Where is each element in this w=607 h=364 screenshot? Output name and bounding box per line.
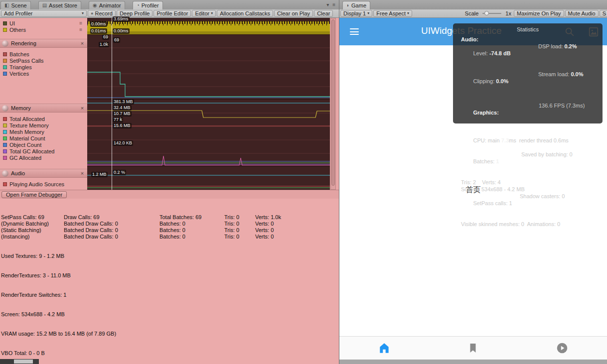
rendering-module-icon (2, 40, 8, 47)
aspect-dropdown[interactable]: Free Aspect ▾ (373, 10, 412, 17)
stat-line: VBO Total: 0 - 0 B (1, 350, 339, 357)
stat-cell: (Static Batching) (1, 227, 64, 234)
game-tabbar: ◗ Game (339, 0, 607, 9)
legend-ui[interactable]: UI ≡ (0, 20, 87, 26)
statistics-setpass-row: SetPass calls: 1 Shadow casters: 0 (461, 193, 595, 221)
clear-on-play-button[interactable]: Clear on Play (274, 10, 313, 17)
record-button[interactable]: ● Record (88, 10, 116, 17)
display-dropdown[interactable]: Display 1 ▾ (340, 10, 372, 17)
tab-asset-store[interactable]: ▤ Asset Store (38, 1, 81, 9)
bookmark-nav-icon[interactable] (467, 342, 479, 354)
scene-tab-icon: ◧ (4, 3, 9, 8)
stat-cell: (Instancing) (1, 234, 64, 240)
legend-others[interactable]: Others ≡ (0, 26, 87, 33)
statistics-cpu-row: CPU: main 7.3ms render thread 0.6ms (461, 130, 595, 151)
stats-button[interactable]: S (600, 10, 607, 17)
legend-triangles[interactable]: Triangles (0, 64, 87, 70)
clear-button[interactable]: Clear (314, 10, 333, 17)
statistics-graphics-row: Graphics: 136.6 FPS (7.3ms) (461, 102, 595, 130)
legend-mesh-memory[interactable]: Mesh Memory (0, 128, 87, 135)
tab-scene-label: Scene (11, 2, 26, 8)
drag-handle-icon[interactable]: ≡ (79, 27, 82, 32)
legend-total-allocated[interactable]: Total Allocated (0, 116, 87, 122)
profiler-scrollbar[interactable] (330, 18, 336, 190)
window-menu-icon[interactable]: ▾ ≡ (326, 2, 336, 7)
audio-module-header[interactable]: Audio × (0, 169, 87, 178)
selected-frame-line[interactable] (112, 18, 112, 190)
chart-value-chip: 0.01ms (90, 28, 107, 34)
game-toolbar: Display 1 ▾ Free Aspect ▾ Scale 1x Maxim… (339, 9, 607, 18)
chart-value-chip: 142.0 KB (113, 140, 133, 146)
legend-gc-allocated[interactable]: GC Allocated (0, 154, 87, 161)
profile-editor-button[interactable]: Profile Editor (153, 10, 191, 17)
game-view-letterbox (339, 360, 607, 364)
home-nav-icon[interactable] (378, 342, 391, 355)
mute-audio-button[interactable]: Mute Audio (565, 10, 599, 17)
allocation-callstacks-button[interactable]: Allocation Callstacks (217, 10, 273, 17)
chart-value-chip: 32.4 MB (113, 105, 132, 111)
rendering-stats-table: SetPass Calls: 69Draw Calls: 69Total Bat… (1, 214, 339, 240)
chart-value-chip: 69 (102, 34, 109, 40)
tab-scene[interactable]: ◧ Scene (0, 1, 31, 9)
editor-dropdown[interactable]: Editor ▾ (192, 10, 216, 17)
statistics-skinned-row: Visible skinned meshes: 0 Animations: 0 (461, 221, 595, 228)
scale-slider[interactable] (482, 13, 501, 14)
chart-value-chip: 0.00ms (113, 28, 130, 34)
stat-line: Used Textures: 9 - 1.2 MB (1, 253, 339, 259)
chart-value-chip: 1.0k (99, 42, 109, 47)
ui-series-swatch (3, 21, 7, 25)
others-series-swatch (3, 28, 7, 32)
legend-material-count[interactable]: Material Count (0, 135, 87, 141)
scale-slider-knob[interactable] (484, 11, 489, 15)
chart-value-chip: 1.2 MB (91, 172, 108, 177)
close-icon[interactable]: × (79, 40, 85, 46)
profiler-window: ◧ Scene ▤ Asset Store Animator ◉ Animato… (0, 0, 339, 364)
add-profiler-dropdown[interactable]: Add Profiler ▾ (1, 10, 87, 17)
animator-tab-icon: ◉ (93, 3, 97, 8)
legend-playing-audio-sources[interactable]: Playing Audio Sources (0, 181, 87, 187)
open-frame-debugger-button[interactable]: Open Frame Debugger (1, 191, 67, 198)
close-icon[interactable]: × (79, 170, 85, 176)
profiler-chart-region: UI ≡ Others ≡ Rendering × Batches SetPas… (0, 18, 339, 190)
legend-texture-memory[interactable]: Texture Memory (0, 122, 87, 128)
frame-debugger-row: Open Frame Debugger (0, 190, 339, 199)
audio-module-icon (2, 170, 8, 177)
maximize-on-play-button[interactable]: Maximize On Play (514, 10, 564, 17)
rendering-stats-panel: SetPass Calls: 69Draw Calls: 69Total Bat… (0, 199, 339, 364)
scale-value: 1x (504, 10, 513, 16)
scrollbar-thumb[interactable] (331, 19, 335, 186)
tab-animator[interactable]: Animator ◉ Animator (89, 1, 125, 9)
statistics-title: Statistics (461, 26, 595, 33)
chevron-down-icon: ▾ (407, 10, 409, 16)
background-window-strip (0, 359, 39, 364)
chevron-down-icon: ▾ (211, 10, 213, 16)
legend-batches[interactable]: Batches (0, 51, 87, 57)
close-icon[interactable]: × (79, 105, 85, 111)
statistics-batches-row: Batches: 1 Saved by batching: 0 (461, 151, 595, 179)
game-window: ◗ Game Display 1 ▾ Free Aspect ▾ Scale 1… (339, 0, 607, 364)
tab-profiler[interactable]: ◔ Profiler (133, 1, 163, 9)
rendering-chart[interactable] (87, 35, 330, 100)
legend-vertices[interactable]: Vertices (0, 70, 87, 77)
tab-game[interactable]: ◗ Game (342, 1, 370, 9)
scale-label: Scale (463, 10, 480, 16)
left-tabbar: ◧ Scene ▤ Asset Store Animator ◉ Animato… (0, 0, 339, 9)
asset-store-tab-icon: ▤ (42, 3, 47, 8)
menu-icon[interactable] (350, 28, 359, 35)
memory-module-header[interactable]: Memory × (0, 104, 87, 113)
chart-value-chip: 0.00ms (90, 21, 107, 27)
stat-line: Screen: 534x688 - 4.2 MB (1, 311, 339, 318)
drag-handle-icon[interactable]: ≡ (79, 20, 82, 26)
legend-object-count[interactable]: Object Count (0, 141, 87, 148)
chevron-down-icon: ▾ (367, 10, 369, 16)
statistics-overlay: Statistics Audio: Level: -74.8 dB DSP lo… (453, 23, 603, 123)
tab-profiler-label: Profiler (142, 2, 159, 8)
tab-animator-label: Animator (99, 2, 121, 8)
play-nav-icon[interactable] (556, 342, 569, 355)
legend-total-gc-allocated[interactable]: Total GC Allocated (0, 148, 87, 154)
legend-setpass-calls[interactable]: SetPass Calls (0, 57, 87, 64)
deep-profile-button[interactable]: Deep Profile (117, 10, 153, 17)
background-window-box (14, 360, 33, 364)
statistics-audio-header: Audio: (461, 36, 478, 42)
rendering-module-header[interactable]: Rendering × (0, 39, 87, 48)
